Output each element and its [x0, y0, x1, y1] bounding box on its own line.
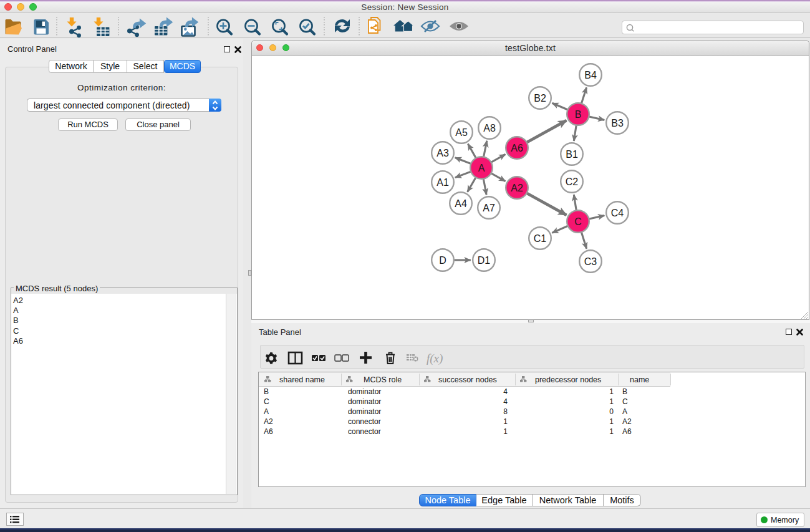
- svg-text:C: C: [264, 397, 269, 406]
- svg-text:1: 1: [609, 397, 614, 406]
- svg-text:1: 1: [609, 417, 614, 426]
- svg-text:A7: A7: [483, 203, 495, 213]
- svg-text:A6: A6: [511, 143, 523, 153]
- svg-text:0: 0: [609, 407, 614, 416]
- svg-text:A: A: [622, 407, 627, 416]
- svg-text:B3: B3: [611, 118, 624, 128]
- svg-text:f(x): f(x): [427, 352, 443, 365]
- svg-text:B: B: [264, 387, 269, 396]
- svg-text:C1: C1: [534, 233, 547, 244]
- svg-text:B: B: [575, 109, 582, 120]
- svg-text:A3: A3: [436, 148, 449, 158]
- svg-text:B4: B4: [584, 70, 597, 80]
- svg-text:4: 4: [503, 387, 508, 396]
- svg-text:dominator: dominator: [348, 387, 381, 396]
- svg-text:1: 1: [503, 427, 508, 436]
- svg-text:A6: A6: [264, 427, 273, 436]
- svg-text:1: 1: [503, 417, 508, 426]
- svg-text:A4: A4: [455, 198, 467, 209]
- svg-text:MCDS role: MCDS role: [364, 375, 402, 384]
- svg-text:A5: A5: [455, 127, 468, 138]
- svg-text:C3: C3: [584, 256, 597, 267]
- svg-text:successor nodes: successor nodes: [438, 375, 497, 384]
- svg-text:A6: A6: [622, 427, 632, 436]
- svg-text:A1: A1: [436, 177, 449, 188]
- svg-text:shared name: shared name: [279, 375, 325, 384]
- svg-text:dominator: dominator: [348, 397, 381, 406]
- svg-text:A: A: [478, 163, 485, 173]
- svg-text:predecessor nodes: predecessor nodes: [535, 375, 601, 384]
- svg-text:A8: A8: [483, 123, 496, 133]
- svg-text:4: 4: [503, 397, 508, 406]
- svg-text:B: B: [622, 387, 627, 396]
- svg-text:A2: A2: [511, 183, 523, 193]
- svg-text:D: D: [439, 255, 446, 266]
- svg-text:name: name: [630, 375, 649, 384]
- svg-text:B2: B2: [534, 93, 546, 104]
- svg-text:B1: B1: [566, 149, 578, 160]
- svg-text:connector: connector: [348, 417, 381, 426]
- svg-text:C2: C2: [566, 177, 579, 187]
- svg-text:1: 1: [609, 387, 614, 396]
- svg-text:C4: C4: [611, 208, 624, 218]
- svg-text:A2: A2: [622, 417, 632, 426]
- svg-text:connector: connector: [348, 427, 381, 436]
- svg-text:A2: A2: [264, 417, 273, 426]
- svg-text:1: 1: [609, 427, 614, 436]
- svg-text:A: A: [264, 407, 269, 416]
- svg-text:8: 8: [503, 407, 508, 416]
- svg-text:D1: D1: [478, 255, 491, 266]
- svg-text:dominator: dominator: [348, 407, 381, 416]
- svg-text:C: C: [622, 397, 628, 406]
- svg-text:C: C: [574, 216, 582, 227]
